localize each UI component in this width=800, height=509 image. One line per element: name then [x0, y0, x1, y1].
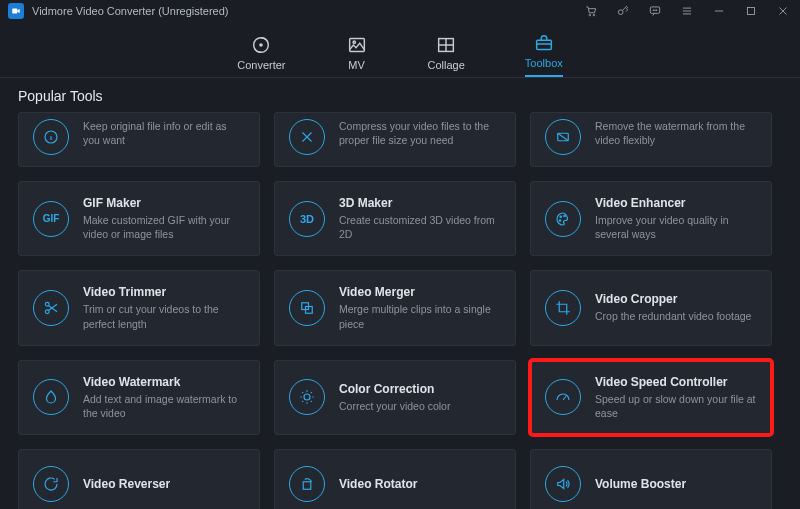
card-desc: Trim or cut your videos to the perfect l… [83, 302, 245, 330]
gauge-icon [545, 379, 581, 415]
app-title: Vidmore Video Converter (Unregistered) [32, 5, 582, 17]
crop-icon [545, 290, 581, 326]
svg-point-24 [304, 394, 310, 400]
card-title: Video Cropper [595, 292, 751, 306]
svg-point-2 [593, 14, 595, 16]
tool-card-gif-maker[interactable]: GIF GIF MakerMake customized GIF with yo… [18, 181, 260, 256]
tab-converter[interactable]: Converter [237, 35, 285, 77]
card-title: Video Rotator [339, 477, 417, 491]
card-desc: Correct your video color [339, 399, 450, 413]
card-title: Video Speed Controller [595, 375, 757, 389]
tool-card-video-speed-controller[interactable]: Video Speed ControllerSpeed up or slow d… [530, 360, 772, 435]
rotate-icon [289, 466, 325, 502]
tool-card-video-cropper[interactable]: Video CropperCrop the redundant video fo… [530, 270, 772, 345]
svg-point-5 [653, 10, 654, 11]
tab-label: MV [348, 59, 365, 71]
toolbox-icon [533, 33, 555, 53]
card-title: Color Correction [339, 382, 450, 396]
card-title: Video Reverser [83, 477, 170, 491]
mv-icon [346, 35, 368, 55]
svg-point-20 [45, 302, 49, 306]
title-bar: Vidmore Video Converter (Unregistered) [0, 0, 800, 22]
cart-icon[interactable] [582, 2, 600, 20]
svg-point-12 [353, 41, 355, 43]
svg-point-21 [45, 310, 49, 314]
card-title: Volume Booster [595, 477, 686, 491]
card-desc: Keep original file info or edit as you w… [83, 119, 245, 147]
card-desc: Compress your video files to the proper … [339, 119, 501, 147]
svg-point-19 [559, 219, 561, 221]
converter-icon [250, 35, 272, 55]
tool-card-video-rotator[interactable]: Video Rotator [274, 449, 516, 509]
svg-point-7 [656, 10, 657, 11]
close-icon[interactable] [774, 2, 792, 20]
info-icon [33, 119, 69, 155]
svg-point-18 [564, 215, 566, 217]
card-title: GIF Maker [83, 196, 245, 210]
gif-icon: GIF [33, 201, 69, 237]
palette-icon [545, 201, 581, 237]
main-tabs: Converter MV Collage Toolbox [0, 22, 800, 78]
volume-icon [545, 466, 581, 502]
tool-card-video-reverser[interactable]: Video Reverser [18, 449, 260, 509]
menu-icon[interactable] [678, 2, 696, 20]
tool-card-metadata[interactable]: Keep original file info or edit as you w… [18, 112, 260, 167]
tab-label: Toolbox [525, 57, 563, 69]
toolbox-section: Popular Tools Keep original file info or… [0, 78, 800, 509]
tool-card-remove-watermark[interactable]: Remove the watermark from the video flex… [530, 112, 772, 167]
svg-rect-0 [12, 9, 17, 14]
scissors-icon [33, 290, 69, 326]
card-title: 3D Maker [339, 196, 501, 210]
card-desc: Remove the watermark from the video flex… [595, 119, 757, 147]
tab-collage[interactable]: Collage [428, 35, 465, 77]
card-title: Video Merger [339, 285, 501, 299]
svg-rect-14 [536, 40, 551, 49]
tool-card-video-trimmer[interactable]: Video TrimmerTrim or cut your videos to … [18, 270, 260, 345]
tab-toolbox[interactable]: Toolbox [525, 33, 563, 77]
svg-point-10 [260, 43, 264, 47]
svg-rect-8 [748, 8, 755, 15]
card-desc: Improve your video quality in several wa… [595, 213, 757, 241]
sun-icon [289, 379, 325, 415]
svg-point-3 [618, 10, 623, 15]
tool-card-volume-booster[interactable]: Volume Booster [530, 449, 772, 509]
card-desc: Merge multiple clips into a single piece [339, 302, 501, 330]
reverse-icon [33, 466, 69, 502]
tools-grid: Keep original file info or edit as you w… [18, 108, 772, 509]
card-desc: Add text and image watermark to the vide… [83, 392, 245, 420]
remove-watermark-icon [545, 119, 581, 155]
svg-point-6 [655, 10, 656, 11]
tools-scroll-area[interactable]: Keep original file info or edit as you w… [18, 108, 782, 509]
card-title: Video Trimmer [83, 285, 245, 299]
droplet-icon [33, 379, 69, 415]
section-title: Popular Tools [18, 88, 782, 104]
svg-rect-11 [349, 39, 364, 52]
tool-card-video-merger[interactable]: Video MergerMerge multiple clips into a … [274, 270, 516, 345]
tool-card-3d-maker[interactable]: 3D 3D MakerCreate customized 3D video fr… [274, 181, 516, 256]
card-title: Video Watermark [83, 375, 245, 389]
svg-point-17 [560, 216, 562, 218]
feedback-icon[interactable] [646, 2, 664, 20]
card-desc: Create customized 3D video from 2D [339, 213, 501, 241]
tool-card-video-enhancer[interactable]: Video EnhancerImprove your video quality… [530, 181, 772, 256]
maximize-icon[interactable] [742, 2, 760, 20]
tab-label: Collage [428, 59, 465, 71]
tool-card-compressor[interactable]: Compress your video files to the proper … [274, 112, 516, 167]
svg-rect-25 [303, 482, 311, 490]
svg-point-1 [589, 14, 591, 16]
tool-card-color-correction[interactable]: Color CorrectionCorrect your video color [274, 360, 516, 435]
compress-icon [289, 119, 325, 155]
tab-label: Converter [237, 59, 285, 71]
window-controls [582, 2, 792, 20]
tool-card-video-watermark[interactable]: Video WatermarkAdd text and image waterm… [18, 360, 260, 435]
minimize-icon[interactable] [710, 2, 728, 20]
card-desc: Speed up or slow down your file at ease [595, 392, 757, 420]
key-icon[interactable] [614, 2, 632, 20]
collage-icon [435, 35, 457, 55]
app-logo-icon [8, 3, 24, 19]
card-title: Video Enhancer [595, 196, 757, 210]
tab-mv[interactable]: MV [346, 35, 368, 77]
card-desc: Crop the redundant video footage [595, 309, 751, 323]
card-desc: Make customized GIF with your video or i… [83, 213, 245, 241]
3d-icon: 3D [289, 201, 325, 237]
